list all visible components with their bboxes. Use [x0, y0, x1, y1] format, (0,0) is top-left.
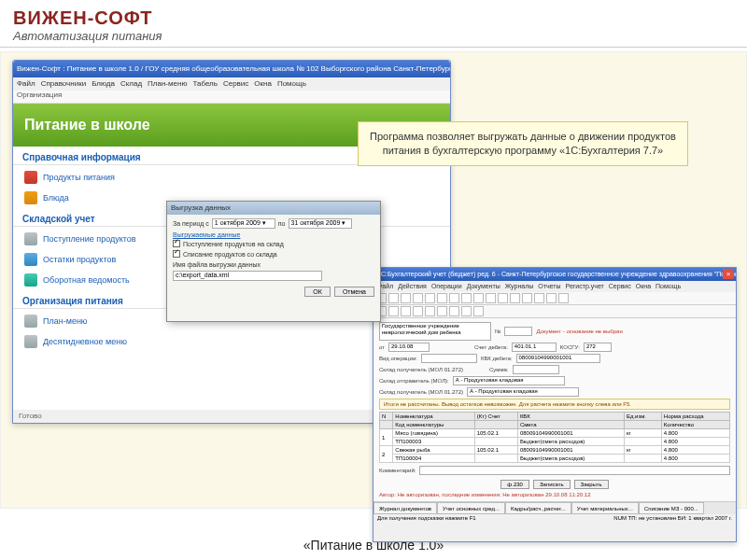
toolbar-icon[interactable] [449, 293, 459, 303]
op-label: Вид операции: [379, 356, 417, 361]
menu-item[interactable]: Отчеты [538, 281, 560, 292]
toolbar-icon[interactable] [413, 293, 423, 303]
file-label: Имя файла выгрузки данных [173, 261, 261, 268]
bottom-tabs[interactable]: Журнал документов Учет основных сред... … [374, 501, 736, 514]
brand-title: ВИЖЕН-СОФТ [13, 7, 734, 29]
date-input[interactable]: 29.10.08 [388, 343, 430, 352]
nav-label: Продукты питания [43, 173, 115, 182]
menu-item[interactable]: Табель [192, 77, 218, 91]
menu-bar[interactable]: Файл Действия Операции Документы Журналы… [374, 281, 736, 292]
doc-no-label: № [495, 329, 500, 334]
toolbar-icon[interactable] [534, 293, 544, 303]
nav-products[interactable]: Продукты питания [13, 167, 450, 188]
menu-item[interactable]: Файл [17, 77, 35, 91]
items-table: N Номенклатура (Кт) Счет КБК Ед.изм. Нор… [379, 412, 730, 463]
info-callout: Программа позволяет выгружать данные о д… [358, 121, 688, 166]
kosgu-input[interactable]: 272 [584, 343, 612, 352]
menu-item[interactable]: Журналы [505, 281, 534, 292]
nav-label: Поступление продуктов [43, 234, 136, 244]
toolbar-icon[interactable] [437, 306, 447, 316]
toolbar-icon[interactable] [498, 293, 508, 303]
toolbar-icon[interactable] [401, 306, 411, 316]
toolbar-icon[interactable] [461, 306, 472, 316]
tab[interactable]: Организация [17, 91, 62, 99]
kbk-label: КБК дебета: [481, 356, 513, 361]
plan-icon [24, 315, 37, 328]
menu-item[interactable]: Действия [398, 281, 427, 292]
menu-item[interactable]: Помощь [655, 281, 681, 292]
menu-item[interactable]: Операции [431, 281, 462, 292]
tab[interactable]: Списание МЗ - 000... [639, 502, 704, 514]
screenshot-stage: Вижен-Софт : Питание в школе 1.0 / ГОУ с… [0, 51, 747, 509]
op-input[interactable] [421, 354, 477, 363]
menu-item[interactable]: Документы [467, 281, 500, 292]
tab[interactable]: Журнал документов [374, 502, 437, 514]
col-schet: (Кт) Счет [474, 413, 517, 421]
toolbar-icon[interactable] [473, 306, 484, 316]
toolbar-icon[interactable] [473, 293, 484, 303]
menu-bar[interactable]: Файл Справочники Блюда Склад План-меню Т… [13, 77, 450, 91]
tab[interactable]: Учет основных сред... [437, 502, 505, 514]
date-from-input[interactable]: 1 октября 2009 ▾ [212, 218, 275, 229]
toolbar-icon[interactable] [449, 306, 459, 316]
status-bar: Для получения подсказки нажмите F1 NUM Т… [374, 514, 736, 522]
menu-item[interactable]: Окна [636, 281, 651, 292]
cancel-button[interactable]: Отмена [334, 287, 374, 297]
toolbar-icon[interactable] [486, 293, 496, 303]
toolbar-icon[interactable] [558, 293, 569, 303]
toolbar-icon[interactable] [388, 293, 399, 303]
form-button[interactable]: ф.230 [500, 480, 529, 489]
toolbar-icon[interactable] [413, 306, 423, 316]
close-button[interactable]: Закрыть [574, 480, 609, 489]
sklad-recv-input[interactable]: А - Продуктовая кладовая [467, 387, 579, 397]
checkbox-writeoff[interactable] [173, 250, 180, 258]
table-warning: Итоги не рассчитаны. Вывод остатков нево… [379, 399, 730, 410]
table-row[interactable]: ТП100004 Бюджет(смета расходов) 4.800 [380, 455, 730, 463]
menu-item[interactable]: Справочники [41, 77, 86, 91]
table-row[interactable]: ТП100003 Бюджет(смета расходов) 4.800 [380, 438, 730, 446]
status-left: Для получения подсказки нажмите F1 [377, 515, 476, 521]
tab-bar[interactable]: Организация [13, 91, 450, 104]
toolbar-icon[interactable] [425, 306, 435, 316]
toolbar-icon[interactable] [510, 293, 520, 303]
table-header-row2: Код номенклатуры Смета Количество [380, 421, 730, 429]
menu-item[interactable]: Сервис [223, 77, 248, 91]
toolbar-icon[interactable] [401, 293, 411, 303]
menu-item[interactable]: Блюда [92, 77, 115, 91]
table-row[interactable]: 2 Свежая рыба 105.02.1 08009104990001001… [380, 446, 730, 455]
menu-item[interactable]: Помощь [277, 77, 306, 91]
tab[interactable]: Кадры/расч.,расчет... [505, 502, 571, 514]
schet-input[interactable]: 401.01.1 [512, 343, 557, 352]
menu-item[interactable]: Окна [254, 77, 272, 91]
toolbar-icon[interactable] [546, 293, 557, 303]
ok-button[interactable]: ОК [304, 287, 331, 297]
menu-item[interactable]: Регистр.учет [566, 281, 604, 292]
date-to-input[interactable]: 31 октября 2009 ▾ [289, 218, 352, 229]
file-path-input[interactable]: c:\export_data.xml [173, 271, 322, 281]
toolbar-icon[interactable] [522, 293, 532, 303]
nav-label: Остатки продуктов [43, 255, 116, 264]
org-field[interactable]: Государственное учреждение неврологическ… [379, 322, 491, 341]
stock-icon [24, 253, 37, 266]
toolbar-row2[interactable] [374, 305, 736, 318]
sum-input[interactable] [513, 365, 559, 374]
menu-item[interactable]: Склад [120, 77, 142, 91]
table-row[interactable]: 1 Мясо (говядина) 105.02.1 0800910499000… [380, 429, 730, 438]
kbk-input[interactable]: 08009104990001001 [516, 354, 600, 363]
menu-item[interactable]: План-меню [148, 77, 187, 91]
doc-no-input[interactable] [504, 327, 532, 336]
toolbar-icon[interactable] [425, 293, 435, 303]
window-title: 1С:Бухгалтерский учет (бюджет) ред. 6 - … [374, 268, 736, 281]
checkbox-incoming[interactable] [173, 240, 180, 247]
col-nom: Номенклатура [393, 413, 474, 421]
toolbar-icon[interactable] [461, 293, 472, 303]
comment-input[interactable] [419, 466, 730, 475]
toolbar-icon[interactable] [388, 306, 399, 316]
menu-item[interactable]: Сервис [609, 281, 631, 292]
toolbar-icon[interactable] [437, 293, 447, 303]
toolbar[interactable] [374, 292, 736, 305]
tab[interactable]: Учет материальных... [571, 502, 639, 514]
close-icon[interactable]: × [723, 269, 734, 279]
save-button[interactable]: Записать [533, 480, 571, 489]
sklad-send-input[interactable]: А - Продуктовая кладовая [453, 376, 565, 385]
